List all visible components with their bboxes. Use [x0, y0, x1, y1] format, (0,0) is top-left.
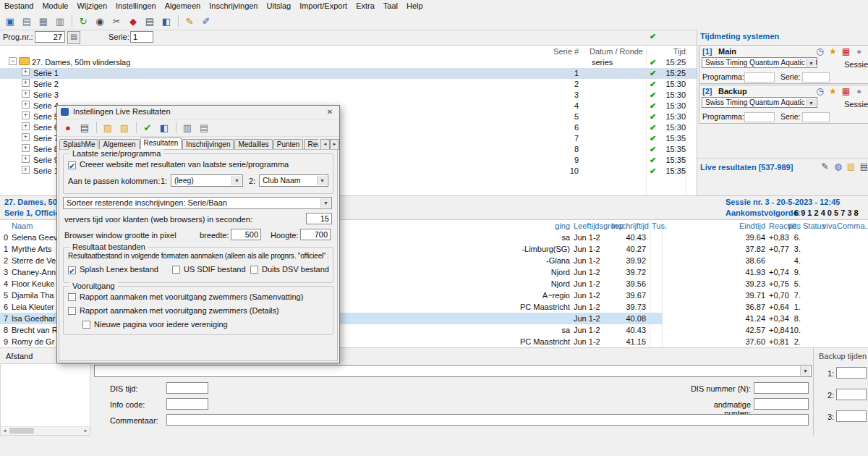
edit-icon[interactable]: ✎: [819, 161, 831, 172]
grid-icon[interactable]: ▦: [840, 86, 852, 96]
expand-icon[interactable]: +: [22, 144, 30, 152]
open-icon[interactable]: ▤: [19, 14, 35, 28]
scroll-left-button[interactable]: ◄: [1, 427, 9, 434]
tab-scroll-left-button[interactable]: ◄: [320, 139, 330, 150]
backup-time-input[interactable]: [836, 389, 867, 400]
tab-inschrijvingen[interactable]: Inschrijvingen: [182, 139, 234, 150]
horizontal-scrollbar[interactable]: ◄ ►: [1, 426, 90, 435]
expand-icon[interactable]: +: [22, 79, 30, 87]
menu-item-uitslag[interactable]: Uitslag: [263, 0, 296, 11]
dis-nummer-input[interactable]: [754, 382, 809, 394]
kolom2-select[interactable]: Club Naam▼: [259, 174, 328, 187]
scroll-right-button[interactable]: ►: [82, 427, 90, 434]
expand-icon[interactable]: +: [22, 101, 30, 109]
format-option[interactable]: US SDIF bestand: [172, 265, 246, 274]
checkbox[interactable]: ✔: [68, 266, 76, 274]
columns-icon[interactable]: ▥: [52, 14, 68, 28]
star-icon[interactable]: ★: [827, 46, 839, 56]
edit-icon[interactable]: ✎: [182, 14, 197, 28]
table-icon[interactable]: ▦: [35, 14, 51, 28]
checkbox[interactable]: [68, 293, 76, 301]
main-device-select[interactable]: Swiss Timing Quantum Aquatic 2.0▼: [702, 57, 817, 68]
refresh-icon[interactable]: ↻: [75, 14, 91, 28]
status-icon[interactable]: ●: [853, 46, 865, 56]
tab-punten[interactable]: Punten: [273, 139, 304, 150]
main-programma-field[interactable]: [744, 72, 775, 83]
approve-icon[interactable]: ✔: [140, 120, 156, 135]
dis-tijd-input[interactable]: [166, 382, 208, 394]
checkbox[interactable]: [172, 266, 180, 274]
grid-icon[interactable]: ▦: [840, 46, 852, 56]
backup-serie-field[interactable]: [802, 112, 830, 122]
sorteer-select[interactable]: Sorteer resterende inschrijvingen: Serie…: [63, 197, 332, 209]
collapse-icon[interactable]: −: [9, 57, 17, 65]
folder-icon[interactable]: ▨: [845, 161, 857, 172]
progress-option[interactable]: Rapport aanmaken met vooruitgang zwemmer…: [68, 292, 303, 301]
punten-input[interactable]: [754, 398, 809, 410]
tab-algemeen[interactable]: Algemeen: [99, 139, 139, 150]
main-serie-field[interactable]: [802, 72, 830, 83]
menu-item-instellingen[interactable]: Instellingen: [111, 0, 161, 11]
report-doc-icon[interactable]: ▤: [196, 120, 212, 135]
tree-serie-row[interactable]: +Serie 33✔15:30: [0, 90, 697, 101]
prog-number-input[interactable]: [35, 31, 65, 43]
clock-icon[interactable]: ◷: [814, 86, 826, 96]
menu-item-algemeen[interactable]: Algemeen: [161, 0, 205, 11]
backup-device-select[interactable]: Swiss Timing Quantum Aquatic▼: [702, 97, 817, 108]
menu-item-extra[interactable]: Extra: [352, 0, 379, 11]
expand-icon[interactable]: +: [22, 90, 30, 98]
checkbox[interactable]: [250, 266, 258, 274]
checkbox[interactable]: ✔: [68, 161, 76, 169]
scroll-thumb[interactable]: [9, 428, 34, 434]
tab-resultaten[interactable]: Resultaten: [140, 138, 182, 150]
save-icon[interactable]: ◧: [158, 14, 174, 28]
dialog-titlebar[interactable]: Instellingen Live Resultaten ✕: [57, 106, 339, 119]
expand-icon[interactable]: +: [22, 122, 30, 130]
tree-serie-row[interactable]: +Serie 22✔15:30: [0, 79, 697, 90]
star-icon[interactable]: ★: [827, 86, 839, 96]
app-icon[interactable]: ▣: [2, 14, 18, 28]
compose-icon[interactable]: ✐: [198, 14, 214, 28]
menu-item-inschrijvingen[interactable]: Inschrijvingen: [205, 0, 262, 11]
expand-icon[interactable]: +: [22, 111, 30, 119]
format-option[interactable]: Duits DSV bestand: [250, 265, 329, 274]
kolom1-select[interactable]: (leeg)▼: [171, 174, 243, 187]
menu-item-wijzigen[interactable]: Wijzigen: [72, 0, 111, 11]
backup-time-input[interactable]: [836, 410, 867, 422]
search-icon[interactable]: ◉: [92, 14, 108, 28]
status-icon[interactable]: ●: [853, 86, 865, 96]
width-input[interactable]: [231, 229, 261, 240]
tree-serie-row[interactable]: +Serie 11✔15:25: [0, 68, 697, 79]
expand-icon[interactable]: +: [22, 68, 30, 76]
menu-item-module[interactable]: Module: [38, 0, 72, 11]
website-option[interactable]: ✔Creeer website met resultaten van laats…: [68, 160, 289, 169]
commentaar-input[interactable]: [166, 414, 809, 426]
refresh-seconds-input[interactable]: [306, 213, 332, 224]
checkbox[interactable]: [82, 321, 90, 329]
print-icon[interactable]: ▤: [858, 161, 868, 172]
expand-icon[interactable]: +: [22, 166, 30, 174]
height-input[interactable]: [300, 229, 331, 240]
open-folder-icon[interactable]: ▨: [100, 120, 116, 135]
backup-time-input[interactable]: [836, 367, 867, 379]
cut-icon[interactable]: ✂: [109, 14, 124, 28]
checkbox[interactable]: [68, 307, 76, 315]
tab-records[interactable]: Records: [304, 139, 318, 150]
progress-option[interactable]: Rapport aanmaken met vooruitgang zwemmer…: [68, 306, 279, 315]
tab-splashme[interactable]: SplashMe: [59, 139, 98, 150]
menu-item-importexport[interactable]: Import/Export: [295, 0, 352, 11]
print-icon[interactable]: ▤: [77, 120, 93, 135]
info-code-input[interactable]: [166, 398, 208, 410]
clock-icon[interactable]: ◷: [814, 46, 826, 56]
menu-item-help[interactable]: Help: [402, 0, 427, 11]
save-icon[interactable]: ◧: [156, 120, 172, 135]
prog-select-button[interactable]: ▤: [67, 31, 80, 44]
tab-scroll-right-button[interactable]: ►: [330, 139, 339, 150]
backup-programma-field[interactable]: [744, 112, 775, 122]
export-doc-icon[interactable]: ▥: [179, 120, 195, 135]
serie-number-input[interactable]: [130, 31, 153, 43]
globe-icon[interactable]: ◍: [832, 161, 844, 172]
afstand-select[interactable]: ▼: [94, 365, 812, 377]
results-icon[interactable]: ◆: [125, 14, 141, 28]
expand-icon[interactable]: +: [22, 155, 30, 163]
